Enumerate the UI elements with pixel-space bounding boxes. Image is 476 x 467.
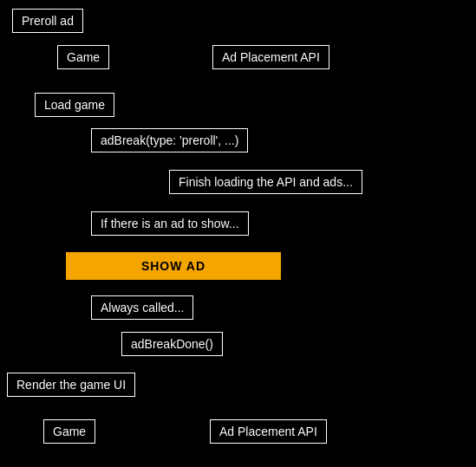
finish-loading-box: Finish loading the API and ads... bbox=[169, 170, 362, 194]
game-box-2: Game bbox=[43, 419, 95, 444]
game-box-1: Game bbox=[57, 45, 109, 69]
always-called-box: Always called... bbox=[91, 295, 193, 320]
ad-break-box: adBreak(type: 'preroll', ...) bbox=[91, 128, 248, 152]
ad-placement-api-box-1: Ad Placement API bbox=[212, 45, 329, 69]
load-game-box: Load game bbox=[35, 93, 114, 117]
render-game-ui-box: Render the game UI bbox=[7, 373, 135, 397]
ad-break-done-box: adBreakDone() bbox=[121, 332, 223, 356]
ad-placement-api-box-2: Ad Placement API bbox=[210, 419, 327, 444]
show-ad-box: SHOW AD bbox=[66, 252, 281, 280]
preroll-ad-label: Preroll ad bbox=[12, 9, 83, 33]
if-ad-box: If there is an ad to show... bbox=[91, 211, 249, 236]
